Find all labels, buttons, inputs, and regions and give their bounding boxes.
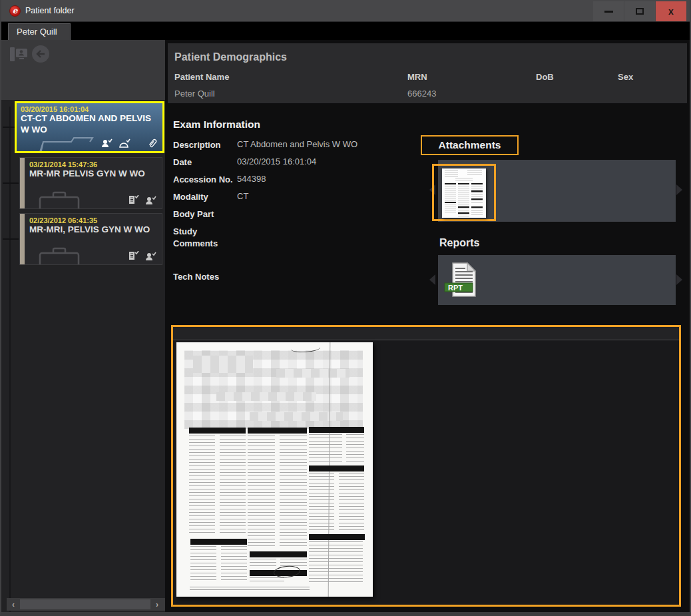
form-footnote	[190, 587, 310, 591]
scrollbar-thumb[interactable]	[20, 599, 150, 609]
horizontal-scrollbar[interactable]: ‹ ›	[7, 598, 165, 611]
minimize-icon	[604, 11, 613, 13]
study-list-toolbar	[1, 40, 165, 100]
carousel-right-icon[interactable]	[676, 184, 682, 195]
back-arrow-icon	[36, 50, 45, 58]
study-card-selected[interactable]: 03/20/2015 16:01:04 CT-CT ABDOMEN AND PE…	[15, 101, 164, 153]
maximize-button[interactable]	[624, 1, 655, 21]
study-title: MR-MRI, PELVIS GYN W WO	[29, 224, 158, 236]
timeline-tick	[3, 238, 19, 240]
title-bar: e Patient folder x	[0, 0, 691, 22]
column-header-mrn: MRN	[407, 72, 427, 82]
study-list-panel: 03/20/2015 16:01:04 CT-CT ABDOMEN AND PE…	[1, 40, 165, 612]
report-document-icon[interactable]: RPT	[443, 260, 479, 300]
back-button[interactable]	[32, 45, 49, 63]
radiologist-check-icon	[145, 196, 156, 205]
column-header-sex: Sex	[618, 72, 633, 82]
svg-text:RPT: RPT	[448, 284, 463, 292]
mrn-value: 666243	[407, 89, 436, 99]
radiologist-check-icon	[145, 252, 156, 261]
preview-toolbar	[173, 327, 679, 340]
folder-outline-icon	[35, 137, 97, 153]
patient-id-icon[interactable]	[9, 46, 28, 63]
clinician-check-icon	[118, 139, 130, 148]
exam-information-title: Exam Information	[173, 119, 260, 131]
form-section-petct: PET/CT	[309, 427, 364, 433]
study-card[interactable]: 03/21/2014 15:47:36 MR-MR PELVIS GYN W W…	[19, 157, 162, 209]
patient-name-value: Peter Quill	[174, 89, 215, 99]
patient-demographics-section: Patient Demographics Patient Name MRN Do…	[168, 43, 687, 103]
attachment-preview-panel: MRI CT PET/CT ULTRASOUND X-RAY INTERVENT…	[171, 325, 681, 607]
window-title: Patient folder	[25, 0, 75, 22]
briefcase-icon	[39, 191, 80, 209]
study-date: 03/21/2014 15:47:36	[29, 160, 158, 168]
card-stripe	[20, 214, 25, 264]
maximize-icon	[636, 8, 644, 15]
study-title: CT-CT ABDOMEN AND PELVIS W WO	[21, 113, 158, 136]
exam-field-date: Date 03/20/2015 16:01:04	[173, 156, 419, 168]
form-section-ct: CT	[248, 428, 307, 434]
scroll-right-icon[interactable]: ›	[150, 600, 164, 609]
form-section-xray: X-RAY	[190, 539, 247, 545]
app-logo-icon: e	[9, 5, 21, 17]
column-header-patient-name: Patient Name	[174, 72, 229, 82]
attachment-thumbnail[interactable]	[442, 168, 486, 218]
report-check-icon	[128, 195, 139, 205]
form-section-interventional-biopsy: INTERVENTIONAL BIOPSY	[250, 551, 307, 557]
radiologist-check-icon	[101, 139, 113, 148]
patient-folder-window: e Patient folder x Peter Quill	[0, 0, 691, 616]
report-check-icon	[128, 251, 139, 261]
scanned-order-form[interactable]: MRI CT PET/CT ULTRASOUND X-RAY INTERVENT…	[176, 342, 373, 597]
tab-bar: Peter Quill	[1, 22, 690, 40]
carousel-right-icon[interactable]	[676, 274, 682, 285]
exam-field-description: Description CT Abdomen and Pelvis W WO	[173, 139, 419, 151]
form-section-ultrasound: ULTRASOUND	[309, 465, 364, 471]
attachment-thumbnail-highlight	[432, 164, 496, 221]
reports-title: Reports	[439, 237, 479, 249]
timeline-tick	[3, 182, 19, 184]
study-card[interactable]: 02/23/2012 06:41:35 MR-MRI, PELVIS GYN W…	[19, 213, 162, 265]
briefcase-icon	[39, 247, 80, 265]
form-section-mammography: MAMMOGRAPHY W/CAD	[309, 534, 365, 540]
scroll-left-icon[interactable]: ‹	[7, 600, 20, 609]
exam-field-modality: Modality CT	[173, 191, 419, 203]
study-date: 03/20/2015 16:01:04	[21, 105, 158, 113]
form-section-mri: MRI	[189, 428, 246, 434]
column-header-dob: DoB	[536, 72, 554, 82]
study-title: MR-MR PELVIS GYN W WO	[29, 168, 158, 180]
close-icon: x	[668, 7, 674, 16]
paperclip-icon	[148, 138, 157, 148]
exam-field-body-part: Body Part	[173, 208, 419, 220]
carousel-left-icon[interactable]	[429, 274, 435, 285]
exam-field-accession: Accession No. 544398	[173, 174, 419, 186]
exam-field-study-comments: Study Comments	[173, 226, 419, 249]
attachments-title: Attachments	[439, 139, 501, 151]
tab-peter-quill[interactable]: Peter Quill	[8, 23, 71, 40]
section-title: Patient Demographics	[174, 51, 287, 63]
attachments-header-highlight: Attachments	[421, 135, 519, 155]
study-date: 02/23/2012 06:41:35	[29, 216, 158, 224]
minimize-button[interactable]	[593, 1, 624, 21]
pen-circle-annotation	[273, 565, 300, 578]
exam-field-tech-notes: Tech Notes	[173, 271, 419, 283]
close-button[interactable]: x	[656, 1, 686, 21]
card-stripe	[20, 158, 25, 208]
